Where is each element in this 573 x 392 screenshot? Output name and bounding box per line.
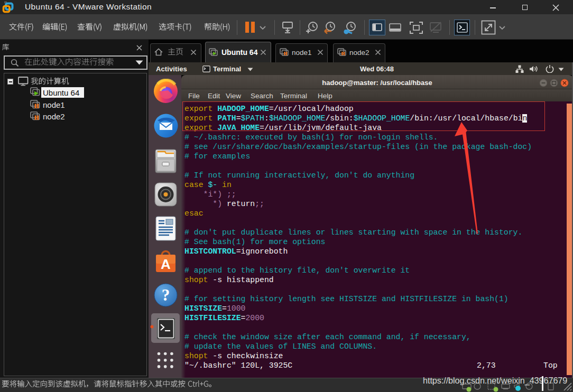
svg-text:A: A <box>161 256 171 272</box>
svg-text:?: ? <box>162 286 170 304</box>
